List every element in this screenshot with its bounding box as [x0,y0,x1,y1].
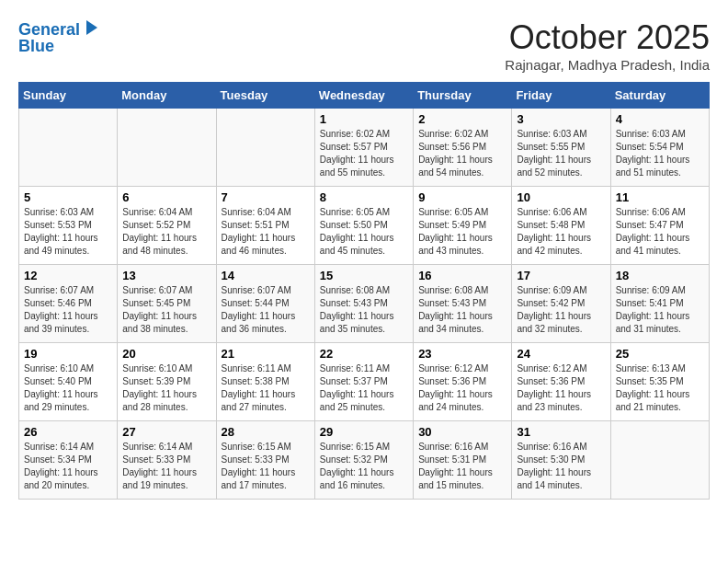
day-info: Sunrise: 6:12 AMSunset: 5:36 PMDaylight:… [418,362,506,414]
day-info: Sunrise: 6:03 AMSunset: 5:53 PMDaylight:… [24,206,112,258]
calendar-week-2: 5Sunrise: 6:03 AMSunset: 5:53 PMDaylight… [19,187,710,265]
day-number: 5 [24,190,112,204]
calendar-week-3: 12Sunrise: 6:07 AMSunset: 5:46 PMDayligh… [19,265,710,343]
day-number: 10 [517,190,605,204]
calendar-cell: 10Sunrise: 6:06 AMSunset: 5:48 PMDayligh… [512,187,610,265]
page-header: General Blue October 2025 Rajnagar, Madh… [18,18,710,73]
calendar-cell: 19Sunrise: 6:10 AMSunset: 5:40 PMDayligh… [19,343,118,421]
day-number: 27 [122,425,210,439]
calendar-week-4: 19Sunrise: 6:10 AMSunset: 5:40 PMDayligh… [19,343,710,421]
month-title: October 2025 [505,18,710,57]
calendar-cell: 29Sunrise: 6:15 AMSunset: 5:32 PMDayligh… [314,421,413,500]
calendar-cell: 4Sunrise: 6:03 AMSunset: 5:54 PMDaylight… [610,109,709,187]
day-number: 23 [418,347,506,361]
day-number: 11 [616,190,704,204]
day-info: Sunrise: 6:05 AMSunset: 5:49 PMDaylight:… [418,206,506,258]
day-info: Sunrise: 6:11 AMSunset: 5:37 PMDaylight:… [320,362,408,414]
header-day-friday: Friday [512,83,610,109]
day-info: Sunrise: 6:04 AMSunset: 5:52 PMDaylight:… [122,206,210,258]
day-number: 26 [24,425,112,439]
calendar-cell: 14Sunrise: 6:07 AMSunset: 5:44 PMDayligh… [216,265,314,343]
day-info: Sunrise: 6:12 AMSunset: 5:36 PMDaylight:… [517,362,605,414]
calendar-cell: 3Sunrise: 6:03 AMSunset: 5:55 PMDaylight… [512,109,610,187]
day-info: Sunrise: 6:08 AMSunset: 5:43 PMDaylight:… [418,284,506,336]
title-block: October 2025 Rajnagar, Madhya Pradesh, I… [505,18,710,73]
calendar-cell: 21Sunrise: 6:11 AMSunset: 5:38 PMDayligh… [216,343,314,421]
day-info: Sunrise: 6:16 AMSunset: 5:31 PMDaylight:… [418,441,506,492]
calendar-cell: 11Sunrise: 6:06 AMSunset: 5:47 PMDayligh… [610,187,709,265]
day-info: Sunrise: 6:10 AMSunset: 5:39 PMDaylight:… [122,362,210,414]
day-number: 2 [418,112,506,126]
calendar-cell: 28Sunrise: 6:15 AMSunset: 5:33 PMDayligh… [216,421,314,500]
day-number: 18 [616,269,704,282]
calendar-cell: 25Sunrise: 6:13 AMSunset: 5:35 PMDayligh… [610,343,709,421]
day-info: Sunrise: 6:06 AMSunset: 5:48 PMDaylight:… [517,206,605,258]
day-number: 19 [24,347,112,361]
day-number: 30 [418,425,506,439]
day-number: 14 [222,269,310,282]
day-info: Sunrise: 6:09 AMSunset: 5:41 PMDaylight:… [616,284,704,336]
calendar-cell: 24Sunrise: 6:12 AMSunset: 5:36 PMDayligh… [512,343,610,421]
calendar-cell: 23Sunrise: 6:12 AMSunset: 5:36 PMDayligh… [414,343,512,421]
calendar-cell: 26Sunrise: 6:14 AMSunset: 5:34 PMDayligh… [19,421,118,500]
calendar-cell: 31Sunrise: 6:16 AMSunset: 5:30 PMDayligh… [512,421,610,500]
day-info: Sunrise: 6:15 AMSunset: 5:33 PMDaylight:… [222,441,310,492]
day-info: Sunrise: 6:03 AMSunset: 5:55 PMDaylight:… [517,128,605,179]
calendar-cell: 22Sunrise: 6:11 AMSunset: 5:37 PMDayligh… [314,343,413,421]
day-info: Sunrise: 6:02 AMSunset: 5:57 PMDaylight:… [320,128,408,179]
calendar-cell: 16Sunrise: 6:08 AMSunset: 5:43 PMDayligh… [414,265,512,343]
day-info: Sunrise: 6:14 AMSunset: 5:34 PMDaylight:… [24,441,112,492]
calendar-cell: 5Sunrise: 6:03 AMSunset: 5:53 PMDaylight… [19,187,118,265]
header-day-monday: Monday [118,83,216,109]
calendar-cell [19,109,118,187]
day-info: Sunrise: 6:03 AMSunset: 5:54 PMDaylight:… [616,128,704,179]
calendar-cell: 12Sunrise: 6:07 AMSunset: 5:46 PMDayligh… [19,265,118,343]
calendar-cell [118,109,216,187]
calendar-header: SundayMondayTuesdayWednesdayThursdayFrid… [19,83,710,109]
day-info: Sunrise: 6:07 AMSunset: 5:45 PMDaylight:… [122,284,210,336]
calendar-cell: 13Sunrise: 6:07 AMSunset: 5:45 PMDayligh… [118,265,216,343]
calendar-week-1: 1Sunrise: 6:02 AMSunset: 5:57 PMDaylight… [19,109,710,187]
location: Rajnagar, Madhya Pradesh, India [505,57,710,73]
day-info: Sunrise: 6:07 AMSunset: 5:46 PMDaylight:… [24,284,112,336]
calendar-cell: 17Sunrise: 6:09 AMSunset: 5:42 PMDayligh… [512,265,610,343]
calendar-cell: 2Sunrise: 6:02 AMSunset: 5:56 PMDaylight… [414,109,512,187]
day-number: 13 [122,269,210,282]
day-number: 4 [616,112,704,126]
header-row: SundayMondayTuesdayWednesdayThursdayFrid… [19,83,710,109]
calendar-cell: 1Sunrise: 6:02 AMSunset: 5:57 PMDaylight… [314,109,413,187]
calendar-cell [610,421,709,500]
day-number: 12 [24,269,112,282]
day-number: 24 [517,347,605,361]
calendar-cell: 8Sunrise: 6:05 AMSunset: 5:50 PMDaylight… [314,187,413,265]
day-number: 29 [320,425,408,439]
header-day-thursday: Thursday [414,83,512,109]
day-info: Sunrise: 6:09 AMSunset: 5:42 PMDaylight:… [517,284,605,336]
day-number: 3 [517,112,605,126]
day-info: Sunrise: 6:13 AMSunset: 5:35 PMDaylight:… [616,362,704,414]
day-number: 17 [517,269,605,282]
day-info: Sunrise: 6:05 AMSunset: 5:50 PMDaylight:… [320,206,408,258]
calendar-cell: 6Sunrise: 6:04 AMSunset: 5:52 PMDaylight… [118,187,216,265]
logo: General Blue [18,18,97,56]
day-number: 8 [320,190,408,204]
calendar-cell: 9Sunrise: 6:05 AMSunset: 5:49 PMDaylight… [414,187,512,265]
header-day-sunday: Sunday [19,83,118,109]
day-number: 6 [122,190,210,204]
day-number: 9 [418,190,506,204]
day-info: Sunrise: 6:16 AMSunset: 5:30 PMDaylight:… [517,441,605,492]
day-number: 16 [418,269,506,282]
day-info: Sunrise: 6:04 AMSunset: 5:51 PMDaylight:… [222,206,310,258]
calendar-table: SundayMondayTuesdayWednesdayThursdayFrid… [18,82,710,500]
day-number: 28 [222,425,310,439]
calendar-cell [216,109,314,187]
day-number: 21 [222,347,310,361]
header-day-tuesday: Tuesday [216,83,314,109]
day-number: 1 [320,112,408,126]
day-info: Sunrise: 6:06 AMSunset: 5:47 PMDaylight:… [616,206,704,258]
day-number: 25 [616,347,704,361]
day-info: Sunrise: 6:15 AMSunset: 5:32 PMDaylight:… [320,441,408,492]
day-number: 20 [122,347,210,361]
header-day-saturday: Saturday [610,83,709,109]
day-info: Sunrise: 6:08 AMSunset: 5:43 PMDaylight:… [320,284,408,336]
